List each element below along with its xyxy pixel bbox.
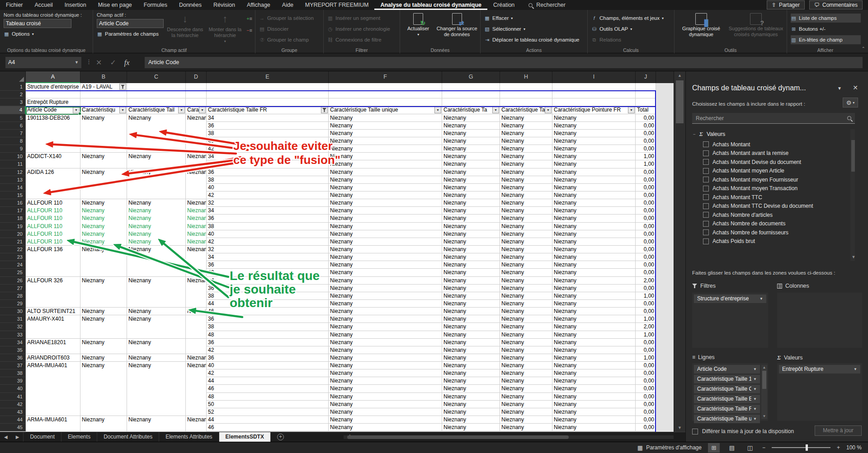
row-header[interactable]: 26 [0,277,26,285]
cell[interactable]: Nieznany [500,223,552,230]
cell[interactable]: Nieznany [442,401,500,408]
dropdown-icon[interactable]: ▼ [178,107,185,113]
cell[interactable]: Nieznany [329,362,442,369]
group-field-button[interactable]: ⑦ Grouper le champ [259,35,321,44]
cell[interactable] [127,385,186,392]
cell[interactable]: Nieznany [500,176,552,184]
cell[interactable] [186,300,207,308]
insert-timeline-button[interactable]: ◷ Insérer une chronologie [327,24,397,33]
cell[interactable] [26,145,80,153]
cell[interactable] [80,269,127,276]
cell[interactable]: Nieznany [127,308,186,315]
cell[interactable]: Nieznany [552,424,636,431]
cell[interactable] [80,160,127,168]
cell[interactable] [80,346,127,354]
dropdown-icon[interactable]: ▼ [434,107,441,113]
cell[interactable]: 36 [207,168,329,176]
cell[interactable]: Nieznany [329,401,442,408]
cell[interactable] [80,91,127,98]
drill-down-button[interactable]: ↓ Descendre dans la hiérarchie [166,12,204,45]
cell[interactable]: Nieznany [329,246,442,253]
pivot-suggestions-button[interactable]: ? Suggestions de tableaux croisés dynami… [728,12,783,45]
chip-dropdown-icon[interactable]: ▼ [753,385,757,393]
cell[interactable] [500,83,552,91]
cell[interactable]: Nieznany [552,145,636,153]
cell[interactable]: 1901138-DEB206 [26,114,80,122]
cell[interactable]: Nieznany [442,184,500,191]
cell[interactable]: Nieznany [442,323,500,331]
ungroup-button[interactable]: ▤ Dissocier [259,24,321,33]
field-checkbox[interactable] [703,212,709,218]
cell[interactable]: Nieznany [500,207,552,215]
dropdown-icon[interactable]: ▼ [199,107,206,113]
expand-field-button[interactable]: +≡ [246,16,252,21]
sheet-tab[interactable]: Document Attributes [97,432,159,442]
row-header[interactable]: 15 [0,191,26,199]
cell[interactable] [636,91,656,98]
cell[interactable]: 1,00 [636,160,656,168]
cell[interactable]: Nieznany [329,308,442,315]
field-checkbox[interactable] [703,221,709,227]
cell[interactable]: 0,00 [636,362,656,369]
cell[interactable]: 38 [207,160,329,168]
cell[interactable]: ARIANAE18201 [26,339,80,346]
drill-up-button[interactable]: ↑ Monter dans la hiérarchie▾ [207,12,244,45]
cell[interactable]: Nieznany [552,137,636,145]
column-header[interactable]: J [636,71,656,83]
cell[interactable]: 0,00 [636,369,656,377]
cell[interactable]: Nieznany [80,362,127,369]
cell[interactable] [442,91,500,98]
ribbon-tab[interactable]: Fichier [0,0,29,10]
cell[interactable]: 44 [207,416,329,424]
cell[interactable]: 42 [207,238,329,246]
cell[interactable]: Nieznany [500,114,552,122]
cell[interactable]: Nieznany [80,168,127,176]
filters-drop-zone[interactable]: Structure d'entreprise▼ [692,293,768,348]
cell[interactable]: Nieznany [552,176,636,184]
cell[interactable]: 0,00 [636,246,656,253]
cell[interactable]: Nieznany [80,230,127,238]
row-header[interactable]: 32 [0,323,26,331]
comments-button[interactable]: 🗩 Commentaires [809,0,863,9]
cell[interactable]: Nieznany [329,253,442,261]
cell[interactable]: Nieznany [127,207,186,215]
row-header[interactable]: 42 [0,401,26,408]
cell[interactable]: 34 [207,207,329,215]
cell[interactable]: 46 [207,424,329,431]
cell[interactable]: Nieznany [500,323,552,331]
row-header[interactable]: 14 [0,184,26,191]
cell[interactable] [26,261,80,269]
filter-applied-icon[interactable] [321,107,328,113]
sheet-tab[interactable]: Document [24,432,61,442]
zone-field-chip[interactable]: Caractéristique Taille uni...▼ [694,415,760,423]
cell[interactable]: 1,00 [636,153,656,160]
cell[interactable] [207,83,329,91]
share-button[interactable]: ⇧ Partager [767,0,805,9]
sheet-tab[interactable]: Elements Attributes [159,432,219,442]
field-item[interactable]: Achats Montant moyen Article [692,167,855,176]
cell[interactable]: 46 [207,385,329,392]
cell[interactable] [26,385,80,392]
cell[interactable] [80,191,127,199]
field-list-scroll-thumb[interactable] [851,140,855,172]
cell[interactable]: 42 [207,346,329,354]
cell[interactable]: 36 [207,354,329,362]
row-header[interactable]: 30 [0,308,26,315]
cell[interactable] [186,393,207,401]
cell[interactable]: Nieznany [442,253,500,261]
cell[interactable] [329,83,442,91]
cell[interactable]: 0,00 [636,122,656,130]
formula-input[interactable]: Article Code [145,57,863,68]
field-item[interactable]: Achats Nombre d'articles [692,210,855,219]
dropdown-icon[interactable]: ▼ [628,107,635,113]
row-header[interactable]: 19 [0,223,26,230]
cell[interactable]: Nieznany [329,153,442,160]
cell[interactable]: Nieznany [127,315,186,323]
confirm-entry-icon[interactable]: ✓ [110,58,116,67]
cell[interactable]: Nieznany [186,230,207,238]
cell[interactable]: 36 [207,315,329,323]
cell[interactable]: Nieznany [442,137,500,145]
cell[interactable]: Nieznany [329,277,442,285]
cell[interactable] [442,98,500,106]
cell[interactable] [186,176,207,184]
